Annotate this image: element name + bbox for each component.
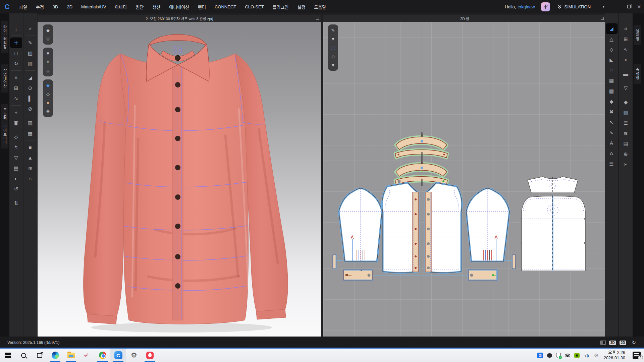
box-select-tool[interactable]: □ <box>11 48 22 58</box>
back-yoke-pattern[interactable] <box>528 177 578 193</box>
taskbar-clock[interactable]: 오후 2:26 2026-01-30 <box>604 350 625 361</box>
zip-puller-tool[interactable]: ▦ <box>25 128 36 138</box>
front-right-bodice-pattern[interactable] <box>425 183 462 273</box>
nvidia-tray-icon[interactable]: ◉ <box>574 353 580 358</box>
viewport-2d[interactable]: ✎▼ⓘ◇▼ <box>323 22 606 337</box>
sewing-curve-tool[interactable]: ∿ <box>11 94 22 103</box>
snip-overlay-tray-icon[interactable]: ⊡ <box>537 353 543 358</box>
cuff-left-pattern[interactable] <box>343 270 372 280</box>
back-panel-pattern[interactable] <box>521 195 586 271</box>
dismiss-tray-icon[interactable]: ⊗ <box>593 353 599 358</box>
wind-tool[interactable]: ≋ <box>25 163 36 173</box>
show-fabric-2d[interactable]: ◇ <box>329 52 337 60</box>
flatten-garment-tool[interactable]: ▽ <box>620 83 631 93</box>
button-tool[interactable]: ⊙ <box>25 83 36 93</box>
polygon-pattern-tool[interactable]: ◣ <box>606 55 617 65</box>
menu-item[interactable]: 생산 <box>148 0 165 13</box>
show-fabric-off[interactable]: ◇ <box>44 90 52 98</box>
edit-curve-tool[interactable]: ◇ <box>606 45 617 54</box>
reset-arrangement-tool[interactable]: ↺ <box>11 184 22 194</box>
rotate-garment-tool[interactable]: ↻ <box>11 59 22 68</box>
placket-strip-left[interactable] <box>333 255 336 269</box>
minimize-button[interactable]: ─ <box>614 0 624 13</box>
show-pins[interactable]: ⌖ <box>44 58 52 66</box>
pleats-tool[interactable]: ▤ <box>620 139 631 148</box>
show-fabric-on[interactable]: ◆ <box>44 81 52 89</box>
collar-patterns[interactable] <box>395 132 447 186</box>
menu-item[interactable]: 원단 <box>131 0 148 13</box>
notification-center-button[interactable]: 2 <box>633 352 641 359</box>
sleeve-right-pattern[interactable] <box>466 188 509 261</box>
grading-tool[interactable]: ☰ <box>606 159 617 169</box>
dart-tool[interactable]: ◆ <box>606 97 617 106</box>
menu-item[interactable]: 도움말 <box>310 0 330 13</box>
menu-item[interactable]: CONNECT <box>210 0 240 13</box>
menu-item[interactable]: 플러그인 <box>268 0 293 13</box>
pattern-info[interactable]: ⓘ <box>329 44 337 52</box>
free-sewing-tool[interactable]: ⊞ <box>11 83 22 93</box>
baseline-tool[interactable]: ☰ <box>620 118 631 128</box>
settings-app[interactable]: ⚙ <box>126 349 142 362</box>
menu-item[interactable]: 애니메이션 <box>165 0 194 13</box>
free-sewing-2d-tool[interactable]: ⊞ <box>620 34 631 44</box>
split-view-button[interactable] <box>600 341 606 345</box>
menu-item[interactable]: 3D <box>48 0 63 13</box>
dock-tab[interactable]: 라이브러리창 <box>1 21 8 53</box>
show-garment[interactable]: ▼ <box>44 49 52 57</box>
buttonhole-tool[interactable]: ▌ <box>25 94 36 103</box>
simulation-dropdown-caret[interactable]: ▼ <box>602 5 605 8</box>
alyac-app[interactable] <box>142 349 158 362</box>
fabric-roll-tool[interactable]: ◆ <box>620 97 631 107</box>
mn-sewing-tool[interactable]: ∿ <box>620 45 631 54</box>
placket-strip-right[interactable] <box>512 255 516 269</box>
menu-item[interactable]: 파일 <box>15 0 32 13</box>
drape-tool[interactable]: ◐ <box>11 174 22 183</box>
seam-taping-tool[interactable]: ≋ <box>620 128 631 138</box>
arrange-pieces-tool[interactable]: ▤ <box>11 163 22 173</box>
detect-sewing-tool[interactable]: ⌖ <box>620 55 631 65</box>
dock-tab[interactable]: 작업내역창 <box>1 64 8 93</box>
checker-garment-tool[interactable]: ◢ <box>25 73 36 82</box>
attach-button-tool[interactable]: ⊘ <box>25 104 36 114</box>
show-garment-2d[interactable]: ▼ <box>329 35 337 43</box>
pattern-annotation-tool[interactable]: A <box>606 148 617 158</box>
room-tool[interactable]: ⌂ <box>25 174 36 183</box>
annotation-text-tool[interactable]: A <box>606 138 617 148</box>
collar-tool[interactable]: ▽ <box>11 153 22 163</box>
restore-button[interactable] <box>624 0 634 13</box>
rectangle-pattern-tool[interactable]: □ <box>606 65 617 75</box>
internal-line-tool[interactable]: ∿ <box>606 128 617 137</box>
menu-item[interactable]: 설정 <box>293 0 310 13</box>
rectangle-aux-tool[interactable]: ■ <box>25 142 36 152</box>
cut-sew-tool[interactable]: ✂ <box>620 160 631 169</box>
view-2d-button[interactable]: 2D <box>620 341 627 345</box>
unfold-tool[interactable]: ↰ <box>11 142 22 152</box>
pattern-pieces-2d[interactable] <box>323 22 606 337</box>
lock-pattern[interactable]: ▼ <box>329 61 337 69</box>
float-window-icon[interactable] <box>316 17 319 20</box>
edit-pattern-tool[interactable]: ◢ <box>606 24 617 34</box>
garment-style[interactable]: ▽ <box>44 35 52 43</box>
fold-arrangement-tool[interactable]: ◇ <box>11 132 22 142</box>
edge-app[interactable] <box>47 349 63 362</box>
sleeve-left-pattern[interactable] <box>339 188 382 261</box>
render-style-cube[interactable]: ◆ <box>44 26 52 34</box>
clo3d-app[interactable]: C <box>110 349 126 362</box>
segment-sewing-2d-tool[interactable]: ⌗ <box>620 24 631 34</box>
cuff-right-pattern[interactable] <box>468 270 497 280</box>
simulate-tool[interactable]: ↓ <box>11 24 22 34</box>
snipping-tool-app[interactable]: ✂ <box>79 349 95 362</box>
simulation-toggle-button[interactable]: SIMULATION <box>557 4 591 9</box>
menu-item[interactable]: CLO-SET <box>240 0 268 13</box>
search-button[interactable] <box>16 349 32 362</box>
print-layout-tool[interactable]: ▨ <box>620 108 631 117</box>
transform-pattern-tool[interactable]: ↖ <box>606 117 617 127</box>
garment-3d-shirt[interactable] <box>38 22 321 337</box>
chrome-app[interactable] <box>95 349 110 362</box>
security-shield-tray-icon[interactable] <box>556 353 561 358</box>
walk-avatar-tool[interactable]: ♂ <box>25 24 36 34</box>
view-3d-button[interactable]: 3D <box>609 341 616 345</box>
viewport-3d[interactable]: ◆▽ ▼⌖☺ ◆◇●⊕ <box>38 22 321 337</box>
close-button[interactable]: ✕ <box>634 0 644 13</box>
move-gizmo-tool[interactable]: ✛ <box>11 38 22 48</box>
